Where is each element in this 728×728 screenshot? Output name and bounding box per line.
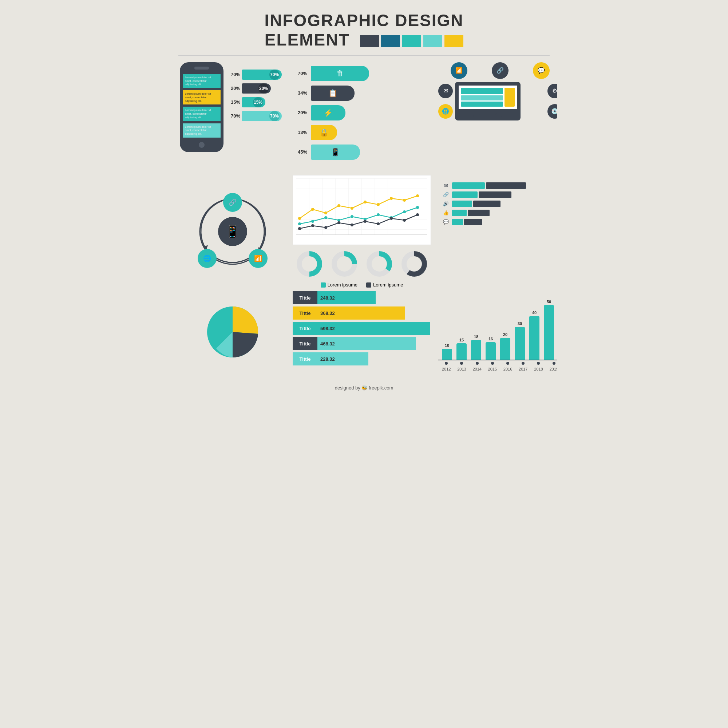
donuts-section: Lorem ipsume Lorem ipsume	[293, 249, 431, 288]
svg-point-30	[364, 220, 367, 223]
phone-speaker	[194, 67, 209, 70]
cycle-node-right: 📶	[249, 249, 268, 268]
svg-point-19	[350, 215, 353, 218]
col-bar-2018: 40	[529, 310, 540, 359]
arrow-15: 15% 15%	[227, 97, 282, 107]
svg-point-18	[337, 219, 340, 222]
main-grid: Lorem ipsum dolor sit amet, consectetur …	[171, 62, 557, 171]
hbar-audio: 🔊	[442, 200, 557, 207]
disc-icon: 💿	[548, 104, 557, 119]
wifi-icon: 📶	[451, 62, 467, 79]
arrow-icon-70: 70% 🗑	[293, 66, 431, 81]
arrow-icon-13: 13% 🔒	[293, 125, 431, 140]
arrow-icon-34: 34% 📋	[293, 86, 431, 101]
chart-donuts-wrapper: Lorem ipsume Lorem ipsume	[293, 175, 431, 288]
col-labels: 2012 2013 2014 2015 2016 2017	[438, 360, 557, 373]
main-title: INFOGRAPHIC DESIGN ELEMENT	[178, 11, 550, 49]
col-bar-2019: 50	[544, 300, 554, 359]
svg-point-5	[298, 217, 301, 220]
donut-2	[330, 249, 359, 278]
col-bar-2013: 15	[456, 338, 466, 359]
col-bar-2016: 20	[500, 332, 510, 359]
svg-point-11	[377, 203, 380, 206]
svg-point-31	[377, 222, 380, 225]
phone-row-3: Lorem ipsum dolor sit amet, consectetur …	[183, 107, 220, 121]
phone-arrows: 70% 70% 20% 20% 15% 15% 70% 70%	[227, 70, 282, 121]
cycle-node-left: 🌐	[198, 249, 217, 268]
tbar-row-5: Tittle 228.32	[293, 352, 431, 366]
svg-point-28	[337, 221, 340, 224]
hbar-mail: ✉	[442, 182, 557, 189]
arrow-70: 70% 70%	[227, 70, 282, 80]
monitor-body	[455, 82, 520, 121]
col-chart-section: 10 15 18 16 20 30	[438, 291, 557, 373]
col-bar-2014: 18	[471, 335, 481, 359]
donut-1	[295, 249, 324, 278]
swatch-3	[402, 35, 421, 47]
hbar-share: 🔗	[442, 191, 557, 198]
cycle-diagram: 📱 🔗 🌐 📶	[193, 191, 273, 272]
computer-section: 📶 🔗 💬 ✉ 🌐	[438, 62, 557, 164]
arrow-20: 20% 20%	[227, 83, 282, 93]
svg-point-17	[324, 216, 327, 219]
arrow-icon-20: 20% ⚡	[293, 105, 431, 121]
tbar-row-3: Tittle 598.32	[293, 322, 431, 335]
hbar-like: 👍	[442, 210, 557, 216]
svg-point-16	[311, 220, 314, 223]
bottom-grid: Tittle 248.32 Tittle 368.32 Tittle 598.3…	[171, 291, 557, 380]
svg-point-25	[298, 227, 301, 230]
hbar-chat: 💬	[442, 219, 557, 225]
monitor-stand	[479, 110, 497, 115]
swatch-2	[381, 35, 400, 47]
line-chart-svg	[296, 178, 427, 240]
header: INFOGRAPHIC DESIGN ELEMENT	[171, 0, 557, 55]
divider	[178, 55, 550, 56]
svg-point-6	[311, 208, 314, 211]
monitor-screen	[459, 86, 517, 109]
svg-point-10	[364, 200, 367, 203]
color-swatches	[360, 35, 463, 47]
svg-point-12	[390, 197, 393, 200]
svg-point-8	[337, 204, 340, 207]
svg-point-29	[350, 223, 353, 226]
cycle-node-top: 🔗	[223, 193, 242, 212]
svg-point-26	[311, 224, 314, 227]
share-icon: 🔗	[492, 62, 509, 79]
donut-3	[365, 249, 394, 278]
tbar-row-2: Tittle 368.32	[293, 306, 431, 320]
gear-icon: ⚙	[548, 84, 557, 98]
svg-point-33	[403, 219, 406, 222]
svg-point-7	[324, 211, 327, 214]
col-bar-2017: 30	[515, 321, 525, 359]
svg-point-27	[324, 226, 327, 229]
swatch-1	[360, 35, 379, 47]
pie-section	[180, 291, 285, 373]
monitor-base	[473, 115, 502, 117]
phone-row-1: Lorem ipsum dolor sit amet, consectetur …	[183, 74, 220, 88]
hbars-section: ✉ 🔗 🔊 👍	[438, 175, 557, 288]
donut-row	[295, 249, 429, 278]
svg-point-23	[403, 210, 406, 213]
svg-point-14	[416, 194, 419, 197]
tbar-row-4: Tittle 468.32	[293, 337, 431, 350]
mail-icon: ✉	[438, 84, 453, 98]
donut-legend: Lorem ipsume Lorem ipsume	[321, 282, 403, 288]
swatch-4	[423, 35, 442, 47]
globe-icon: 🌐	[438, 104, 453, 119]
svg-point-24	[416, 206, 419, 209]
svg-point-21	[377, 213, 380, 216]
second-row: 📱 🔗 🌐 📶	[171, 171, 557, 292]
arrow-icons-section: 70% 🗑 34% 📋 20% ⚡ 13% 🔒 45% 📱	[293, 62, 431, 164]
phone-body: Lorem ipsum dolor sit amet, consectetur …	[180, 62, 223, 152]
tbar-row-1: Tittle 248.32	[293, 291, 431, 304]
col-bars: 10 15 18 16 20 30	[438, 295, 557, 360]
line-chart	[293, 175, 431, 245]
pie-chart-svg	[203, 303, 262, 361]
col-bar-2012: 10	[442, 343, 452, 359]
table-bars-section: Tittle 248.32 Tittle 368.32 Tittle 598.3…	[293, 291, 431, 373]
arrow-70b: 70% 70%	[227, 111, 282, 121]
donut-4	[400, 249, 429, 278]
col-bar-2015: 16	[486, 337, 496, 359]
svg-point-32	[390, 217, 393, 220]
circular-section: 📱 🔗 🌐 📶	[180, 175, 285, 288]
